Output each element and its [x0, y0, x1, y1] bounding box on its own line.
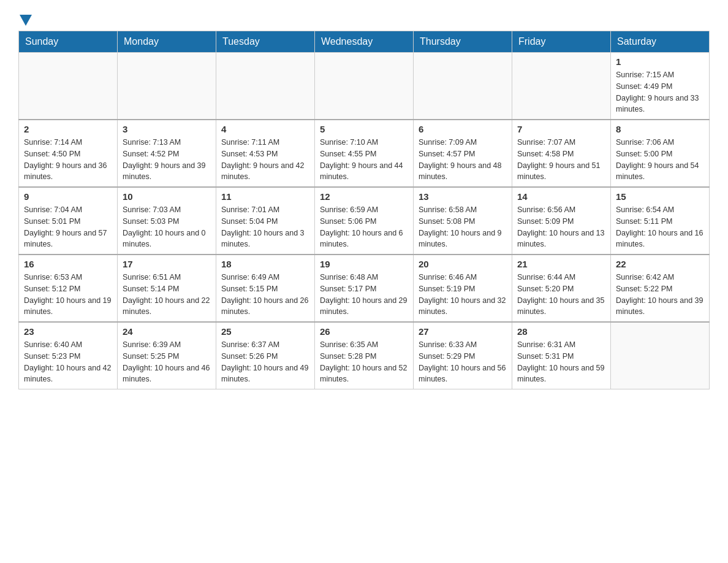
calendar-cell: 14Sunrise: 6:56 AMSunset: 5:09 PMDayligh…: [512, 187, 611, 255]
calendar-cell: 2Sunrise: 7:14 AMSunset: 4:50 PMDaylight…: [19, 120, 118, 187]
calendar-cell: 19Sunrise: 6:48 AMSunset: 5:17 PMDayligh…: [315, 255, 414, 322]
day-info: Sunrise: 7:04 AMSunset: 5:01 PMDaylight:…: [24, 204, 112, 250]
day-number: 24: [123, 326, 211, 337]
calendar-cell: 4Sunrise: 7:11 AMSunset: 4:53 PMDaylight…: [216, 120, 315, 187]
day-info: Sunrise: 6:49 AMSunset: 5:15 PMDaylight:…: [221, 272, 309, 318]
column-header-monday: Monday: [118, 31, 216, 53]
calendar-cell: 26Sunrise: 6:35 AMSunset: 5:28 PMDayligh…: [315, 322, 414, 389]
page-header: [18, 12, 710, 25]
day-number: 10: [123, 191, 211, 202]
day-number: 27: [419, 326, 507, 337]
calendar-cell: 8Sunrise: 7:06 AMSunset: 5:00 PMDaylight…: [611, 120, 710, 187]
calendar-cell: 18Sunrise: 6:49 AMSunset: 5:15 PMDayligh…: [216, 255, 315, 322]
calendar-cell: [19, 53, 118, 120]
day-info: Sunrise: 6:44 AMSunset: 5:20 PMDaylight:…: [517, 272, 605, 318]
day-info: Sunrise: 7:13 AMSunset: 4:52 PMDaylight:…: [123, 137, 211, 183]
day-info: Sunrise: 6:39 AMSunset: 5:25 PMDaylight:…: [123, 339, 211, 385]
day-number: 1: [616, 56, 704, 67]
day-info: Sunrise: 6:53 AMSunset: 5:12 PMDaylight:…: [24, 272, 112, 318]
day-number: 9: [24, 191, 112, 202]
day-number: 6: [419, 124, 507, 134]
calendar-table: SundayMondayTuesdayWednesdayThursdayFrid…: [18, 31, 710, 389]
day-number: 18: [221, 259, 309, 269]
day-info: Sunrise: 6:48 AMSunset: 5:17 PMDaylight:…: [320, 272, 408, 318]
day-info: Sunrise: 7:01 AMSunset: 5:04 PMDaylight:…: [221, 204, 309, 250]
calendar-cell: 13Sunrise: 6:58 AMSunset: 5:08 PMDayligh…: [414, 187, 512, 255]
day-number: 23: [24, 326, 112, 337]
day-number: 7: [517, 124, 605, 134]
day-number: 17: [123, 259, 211, 269]
calendar-week-row: 16Sunrise: 6:53 AMSunset: 5:12 PMDayligh…: [19, 255, 710, 322]
logo-arrow-icon: [20, 15, 32, 26]
calendar-cell: 27Sunrise: 6:33 AMSunset: 5:29 PMDayligh…: [414, 322, 512, 389]
day-number: 14: [517, 191, 605, 202]
day-info: Sunrise: 6:56 AMSunset: 5:09 PMDaylight:…: [517, 204, 605, 250]
calendar-cell: 12Sunrise: 6:59 AMSunset: 5:06 PMDayligh…: [315, 187, 414, 255]
calendar-cell: 11Sunrise: 7:01 AMSunset: 5:04 PMDayligh…: [216, 187, 315, 255]
day-number: 13: [419, 191, 507, 202]
day-info: Sunrise: 6:37 AMSunset: 5:26 PMDaylight:…: [221, 339, 309, 385]
day-info: Sunrise: 7:10 AMSunset: 4:55 PMDaylight:…: [320, 137, 408, 183]
day-number: 20: [419, 259, 507, 269]
logo: [18, 12, 32, 25]
day-info: Sunrise: 7:09 AMSunset: 4:57 PMDaylight:…: [419, 137, 507, 183]
day-info: Sunrise: 6:33 AMSunset: 5:29 PMDaylight:…: [419, 339, 507, 385]
calendar-cell: 1Sunrise: 7:15 AMSunset: 4:49 PMDaylight…: [611, 53, 710, 120]
calendar-cell: 7Sunrise: 7:07 AMSunset: 4:58 PMDaylight…: [512, 120, 611, 187]
calendar-header-row: SundayMondayTuesdayWednesdayThursdayFrid…: [19, 31, 710, 53]
column-header-saturday: Saturday: [611, 31, 710, 53]
calendar-cell: [611, 322, 710, 389]
day-number: 4: [221, 124, 309, 134]
day-info: Sunrise: 7:14 AMSunset: 4:50 PMDaylight:…: [24, 137, 112, 183]
day-info: Sunrise: 6:58 AMSunset: 5:08 PMDaylight:…: [419, 204, 507, 250]
day-info: Sunrise: 7:15 AMSunset: 4:49 PMDaylight:…: [616, 69, 704, 115]
calendar-cell: [315, 53, 414, 120]
calendar-cell: 9Sunrise: 7:04 AMSunset: 5:01 PMDaylight…: [19, 187, 118, 255]
column-header-tuesday: Tuesday: [216, 31, 315, 53]
day-info: Sunrise: 7:11 AMSunset: 4:53 PMDaylight:…: [221, 137, 309, 183]
column-header-wednesday: Wednesday: [315, 31, 414, 53]
calendar-cell: 3Sunrise: 7:13 AMSunset: 4:52 PMDaylight…: [118, 120, 216, 187]
day-number: 26: [320, 326, 408, 337]
day-number: 8: [616, 124, 704, 134]
calendar-week-row: 9Sunrise: 7:04 AMSunset: 5:01 PMDaylight…: [19, 187, 710, 255]
day-number: 11: [221, 191, 309, 202]
calendar-cell: [216, 53, 315, 120]
day-info: Sunrise: 7:07 AMSunset: 4:58 PMDaylight:…: [517, 137, 605, 183]
calendar-cell: [414, 53, 512, 120]
calendar-cell: 28Sunrise: 6:31 AMSunset: 5:31 PMDayligh…: [512, 322, 611, 389]
calendar-cell: 16Sunrise: 6:53 AMSunset: 5:12 PMDayligh…: [19, 255, 118, 322]
column-header-sunday: Sunday: [19, 31, 118, 53]
day-number: 12: [320, 191, 408, 202]
day-number: 25: [221, 326, 309, 337]
day-info: Sunrise: 6:54 AMSunset: 5:11 PMDaylight:…: [616, 204, 704, 250]
calendar-week-row: 2Sunrise: 7:14 AMSunset: 4:50 PMDaylight…: [19, 120, 710, 187]
calendar-week-row: 1Sunrise: 7:15 AMSunset: 4:49 PMDaylight…: [19, 53, 710, 120]
day-number: 16: [24, 259, 112, 269]
calendar-cell: 24Sunrise: 6:39 AMSunset: 5:25 PMDayligh…: [118, 322, 216, 389]
calendar-cell: 21Sunrise: 6:44 AMSunset: 5:20 PMDayligh…: [512, 255, 611, 322]
day-info: Sunrise: 7:06 AMSunset: 5:00 PMDaylight:…: [616, 137, 704, 183]
calendar-cell: 23Sunrise: 6:40 AMSunset: 5:23 PMDayligh…: [19, 322, 118, 389]
day-info: Sunrise: 6:42 AMSunset: 5:22 PMDaylight:…: [616, 272, 704, 318]
day-number: 2: [24, 124, 112, 134]
calendar-cell: 20Sunrise: 6:46 AMSunset: 5:19 PMDayligh…: [414, 255, 512, 322]
calendar-cell: 5Sunrise: 7:10 AMSunset: 4:55 PMDaylight…: [315, 120, 414, 187]
day-number: 22: [616, 259, 704, 269]
calendar-week-row: 23Sunrise: 6:40 AMSunset: 5:23 PMDayligh…: [19, 322, 710, 389]
day-info: Sunrise: 6:31 AMSunset: 5:31 PMDaylight:…: [517, 339, 605, 385]
day-info: Sunrise: 6:46 AMSunset: 5:19 PMDaylight:…: [419, 272, 507, 318]
calendar-cell: 6Sunrise: 7:09 AMSunset: 4:57 PMDaylight…: [414, 120, 512, 187]
column-header-friday: Friday: [512, 31, 611, 53]
calendar-cell: 17Sunrise: 6:51 AMSunset: 5:14 PMDayligh…: [118, 255, 216, 322]
calendar-cell: [512, 53, 611, 120]
column-header-thursday: Thursday: [414, 31, 512, 53]
calendar-cell: 25Sunrise: 6:37 AMSunset: 5:26 PMDayligh…: [216, 322, 315, 389]
day-number: 28: [517, 326, 605, 337]
calendar-cell: 22Sunrise: 6:42 AMSunset: 5:22 PMDayligh…: [611, 255, 710, 322]
day-info: Sunrise: 7:03 AMSunset: 5:03 PMDaylight:…: [123, 204, 211, 250]
calendar-cell: 15Sunrise: 6:54 AMSunset: 5:11 PMDayligh…: [611, 187, 710, 255]
day-info: Sunrise: 6:51 AMSunset: 5:14 PMDaylight:…: [123, 272, 211, 318]
day-number: 15: [616, 191, 704, 202]
day-info: Sunrise: 6:40 AMSunset: 5:23 PMDaylight:…: [24, 339, 112, 385]
